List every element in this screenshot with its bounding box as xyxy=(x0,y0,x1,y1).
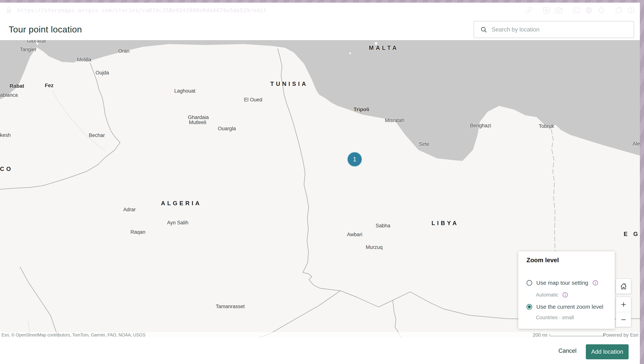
sub-option-label: Countries - small xyxy=(536,315,574,320)
attribution-strip: Esri, © OpenStreetMap contributors, TomT… xyxy=(0,332,640,338)
map-label: Misratah xyxy=(385,118,404,123)
globe-icon[interactable] xyxy=(585,6,592,14)
marker-number: 1 xyxy=(353,156,356,163)
option-use-current-zoom-level[interactable]: Use the current zoom level xyxy=(526,303,603,311)
scale-label: 200 mi xyxy=(533,332,547,338)
map-label: Mutleeli xyxy=(189,120,206,126)
browser-bar: https://storymaps.arcgis.com/stories/ca0… xyxy=(0,2,640,18)
map-label: TUNISIA xyxy=(270,80,308,87)
split-view-icon[interactable] xyxy=(627,6,635,14)
page-title: Tour point location xyxy=(9,24,82,34)
add-location-button[interactable]: Add location xyxy=(586,344,628,359)
map-label: Awbari xyxy=(347,232,362,238)
option-label: Use the current zoom level xyxy=(536,304,603,310)
map-label: LIBYA xyxy=(431,220,459,226)
map-label: Raqan xyxy=(130,229,145,235)
map-label: Laghouat xyxy=(174,88,196,94)
locate-icon[interactable] xyxy=(597,6,605,14)
location-search-box[interactable] xyxy=(474,21,634,38)
map-label: Sabha xyxy=(376,223,390,229)
home-button[interactable] xyxy=(616,279,631,294)
puzzle-icon[interactable] xyxy=(615,6,622,14)
map-label: ALGERIA xyxy=(161,200,202,207)
zoom-level-panel: Zoom level Use map tour setting Automati… xyxy=(518,251,615,329)
map-label: Murzuq xyxy=(366,244,383,250)
map-label: Tangier xyxy=(20,47,37,52)
window-frame-right xyxy=(640,0,644,364)
zoom-control-group: + − xyxy=(616,297,631,327)
map-label: Tobruk xyxy=(539,123,554,129)
option-use-map-tour-setting[interactable]: Use map tour setting xyxy=(526,279,598,287)
zoom-out-button[interactable]: − xyxy=(616,312,631,327)
map-label: Benghazi xyxy=(470,123,491,128)
map-label: MALTA xyxy=(369,44,399,51)
powered-by-esri: Powered by Esri xyxy=(603,332,638,338)
camera-icon[interactable] xyxy=(555,6,562,14)
sub-option-label: Automatic xyxy=(536,292,558,298)
map-label: Ouargla xyxy=(218,126,236,132)
attribution-text: Esri, © OpenStreetMap contributors, TomT… xyxy=(2,332,145,338)
map-label: Rabat xyxy=(10,83,24,89)
map-label: Gibraltar xyxy=(27,40,46,44)
tour-point-marker[interactable]: 1 xyxy=(347,152,362,167)
url-text[interactable]: https://storymaps.arcgis.com/stories/ca0… xyxy=(17,7,267,14)
cancel-button[interactable]: Cancel xyxy=(557,347,578,354)
lock-icon xyxy=(6,6,12,14)
map-label: ablanca xyxy=(0,92,18,98)
map-label: CO xyxy=(0,166,13,172)
search-icon xyxy=(480,26,487,33)
info-icon[interactable] xyxy=(562,292,568,298)
map-canvas[interactable]: GibraltarTangierMelillaOranOujdaRabatFez… xyxy=(0,40,640,338)
toolbar-separator xyxy=(537,6,538,14)
browser-toolbar-icons xyxy=(525,6,635,14)
map-label: Melilla xyxy=(77,57,91,62)
map-label: Fez xyxy=(45,82,54,88)
map-label: Ayn Salih xyxy=(167,220,188,226)
home-icon xyxy=(619,282,627,290)
map-label: Tamanrasset xyxy=(216,304,245,310)
zoom-in-button[interactable]: + xyxy=(616,297,631,312)
map-label: Ale xyxy=(632,141,640,147)
toolbar-separator xyxy=(610,6,610,14)
scale-bar xyxy=(550,334,604,336)
map-label: Sirte xyxy=(419,141,429,147)
dialog-header: Tour point location xyxy=(0,18,640,40)
map-label: Oujda xyxy=(96,70,109,76)
radio-unselected[interactable] xyxy=(526,280,532,286)
map-label: kesh xyxy=(0,132,11,138)
zoom-panel-title: Zoom level xyxy=(526,256,559,264)
option-label: Use map tour setting xyxy=(536,280,588,286)
map-label: Tripoli xyxy=(354,106,369,112)
map-label: Adrar xyxy=(123,207,136,212)
sub-option-countries-small: Countries - small xyxy=(536,314,574,321)
dialog-footer: Cancel Add location xyxy=(0,338,640,364)
window-frame-top xyxy=(0,0,644,2)
image-icon[interactable] xyxy=(543,6,550,14)
search-input[interactable] xyxy=(491,26,634,33)
radio-selected[interactable] xyxy=(526,304,532,310)
map-label: E G xyxy=(624,231,640,238)
terminal-icon[interactable] xyxy=(573,6,580,14)
map-label: El Oued xyxy=(244,97,262,103)
sub-option-automatic: Automatic xyxy=(536,291,568,298)
link-icon[interactable] xyxy=(525,6,532,14)
info-icon[interactable] xyxy=(592,280,598,286)
map-label: Bechar xyxy=(89,132,105,138)
toolbar-separator xyxy=(567,6,568,14)
map-label: Oran xyxy=(118,48,130,54)
